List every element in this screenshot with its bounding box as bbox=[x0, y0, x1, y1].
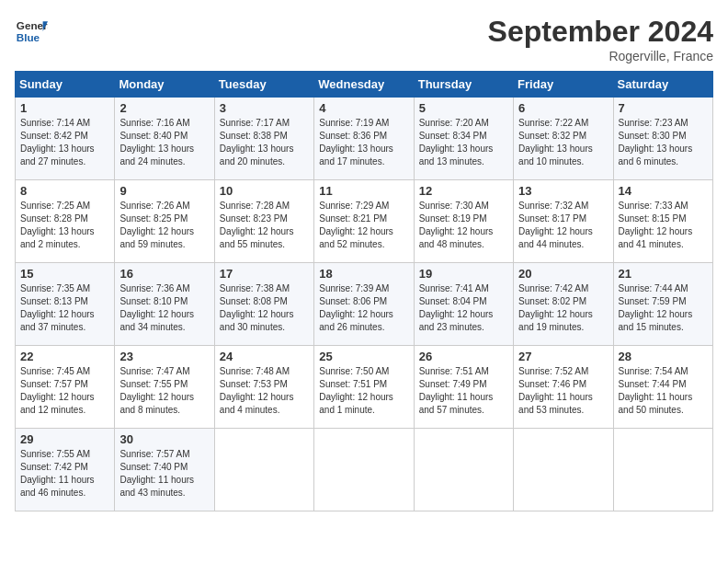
cell-info: Sunrise: 7:23 AMSunset: 8:30 PMDaylight:… bbox=[619, 118, 693, 167]
table-row: 17Sunrise: 7:38 AMSunset: 8:08 PMDayligh… bbox=[214, 263, 313, 346]
table-row: 13Sunrise: 7:32 AMSunset: 8:17 PMDayligh… bbox=[514, 180, 613, 263]
day-number: 29 bbox=[20, 432, 109, 446]
cell-info: Sunrise: 7:22 AMSunset: 8:32 PMDaylight:… bbox=[518, 118, 593, 167]
table-row: 8Sunrise: 7:25 AMSunset: 8:28 PMDaylight… bbox=[16, 180, 115, 263]
table-row: 15Sunrise: 7:35 AMSunset: 8:13 PMDayligh… bbox=[16, 263, 115, 346]
table-row bbox=[613, 429, 712, 511]
cell-info: Sunrise: 7:52 AMSunset: 7:46 PMDaylight:… bbox=[518, 366, 593, 415]
table-row bbox=[214, 429, 313, 511]
cell-info: Sunrise: 7:47 AMSunset: 7:55 PMDaylight:… bbox=[119, 366, 194, 415]
month-title: September 2024 bbox=[488, 15, 713, 49]
table-row: 22Sunrise: 7:45 AMSunset: 7:57 PMDayligh… bbox=[16, 346, 115, 429]
cell-info: Sunrise: 7:41 AMSunset: 8:04 PMDaylight:… bbox=[419, 283, 494, 332]
table-row: 27Sunrise: 7:52 AMSunset: 7:46 PMDayligh… bbox=[514, 346, 613, 429]
table-row: 23Sunrise: 7:47 AMSunset: 7:55 PMDayligh… bbox=[115, 346, 214, 429]
cell-info: Sunrise: 7:19 AMSunset: 8:36 PMDaylight:… bbox=[319, 118, 393, 167]
cell-info: Sunrise: 7:26 AMSunset: 8:25 PMDaylight:… bbox=[119, 201, 194, 249]
header-monday: Monday bbox=[115, 72, 214, 98]
table-row bbox=[514, 429, 613, 511]
cell-info: Sunrise: 7:25 AMSunset: 8:28 PMDaylight:… bbox=[20, 201, 95, 249]
day-number: 15 bbox=[20, 267, 109, 281]
day-number: 25 bbox=[319, 350, 408, 363]
cell-info: Sunrise: 7:35 AMSunset: 8:13 PMDaylight:… bbox=[20, 283, 95, 332]
day-number: 19 bbox=[419, 267, 508, 281]
cell-info: Sunrise: 7:17 AMSunset: 8:38 PMDaylight:… bbox=[220, 118, 294, 167]
table-row: 26Sunrise: 7:51 AMSunset: 7:49 PMDayligh… bbox=[414, 346, 513, 429]
table-row: 19Sunrise: 7:41 AMSunset: 8:04 PMDayligh… bbox=[414, 263, 513, 346]
table-row: 30Sunrise: 7:57 AMSunset: 7:40 PMDayligh… bbox=[115, 429, 214, 511]
table-row bbox=[414, 429, 513, 511]
day-number: 27 bbox=[518, 350, 608, 363]
day-number: 22 bbox=[20, 350, 109, 363]
cell-info: Sunrise: 7:44 AMSunset: 7:59 PMDaylight:… bbox=[619, 283, 693, 332]
day-header-row: Sunday Monday Tuesday Wednesday Thursday… bbox=[16, 72, 713, 98]
logo-icon: General Blue bbox=[15, 15, 48, 48]
day-number: 13 bbox=[518, 184, 608, 198]
table-row: 9Sunrise: 7:26 AMSunset: 8:25 PMDaylight… bbox=[115, 180, 214, 263]
day-number: 5 bbox=[419, 101, 508, 115]
cell-info: Sunrise: 7:57 AMSunset: 7:40 PMDaylight:… bbox=[119, 449, 194, 498]
day-number: 1 bbox=[20, 101, 109, 115]
day-number: 11 bbox=[319, 184, 408, 198]
cell-info: Sunrise: 7:42 AMSunset: 8:02 PMDaylight:… bbox=[518, 283, 593, 332]
day-number: 2 bbox=[119, 101, 209, 115]
cell-info: Sunrise: 7:32 AMSunset: 8:17 PMDaylight:… bbox=[518, 201, 593, 249]
table-row: 29Sunrise: 7:55 AMSunset: 7:42 PMDayligh… bbox=[16, 429, 115, 511]
cell-info: Sunrise: 7:55 AMSunset: 7:42 PMDaylight:… bbox=[20, 449, 95, 498]
day-number: 3 bbox=[220, 101, 309, 115]
day-number: 30 bbox=[119, 432, 209, 446]
table-row: 16Sunrise: 7:36 AMSunset: 8:10 PMDayligh… bbox=[115, 263, 214, 346]
calendar-table: Sunday Monday Tuesday Wednesday Thursday… bbox=[15, 71, 713, 511]
location: Rogerville, France bbox=[488, 49, 713, 63]
day-number: 10 bbox=[220, 184, 309, 198]
table-row: 1Sunrise: 7:14 AMSunset: 8:42 PMDaylight… bbox=[16, 98, 115, 180]
cell-info: Sunrise: 7:14 AMSunset: 8:42 PMDaylight:… bbox=[20, 118, 95, 167]
day-number: 24 bbox=[220, 350, 309, 363]
cell-info: Sunrise: 7:36 AMSunset: 8:10 PMDaylight:… bbox=[119, 283, 194, 332]
header-friday: Friday bbox=[514, 72, 613, 98]
cell-info: Sunrise: 7:39 AMSunset: 8:06 PMDaylight:… bbox=[319, 283, 393, 332]
table-row: 5Sunrise: 7:20 AMSunset: 8:34 PMDaylight… bbox=[414, 98, 513, 180]
table-row: 21Sunrise: 7:44 AMSunset: 7:59 PMDayligh… bbox=[613, 263, 712, 346]
day-number: 18 bbox=[319, 267, 408, 281]
calendar-row: 8Sunrise: 7:25 AMSunset: 8:28 PMDaylight… bbox=[16, 180, 713, 263]
svg-text:Blue: Blue bbox=[17, 31, 40, 43]
calendar-row: 1Sunrise: 7:14 AMSunset: 8:42 PMDaylight… bbox=[16, 98, 713, 180]
cell-info: Sunrise: 7:38 AMSunset: 8:08 PMDaylight:… bbox=[220, 283, 294, 332]
logo: General Blue bbox=[15, 15, 48, 48]
table-row: 28Sunrise: 7:54 AMSunset: 7:44 PMDayligh… bbox=[613, 346, 712, 429]
day-number: 14 bbox=[619, 184, 708, 198]
day-number: 26 bbox=[419, 350, 508, 363]
cell-info: Sunrise: 7:33 AMSunset: 8:15 PMDaylight:… bbox=[619, 201, 693, 249]
table-row: 3Sunrise: 7:17 AMSunset: 8:38 PMDaylight… bbox=[214, 98, 313, 180]
table-row: 2Sunrise: 7:16 AMSunset: 8:40 PMDaylight… bbox=[115, 98, 214, 180]
day-number: 9 bbox=[119, 184, 209, 198]
cell-info: Sunrise: 7:16 AMSunset: 8:40 PMDaylight:… bbox=[119, 118, 194, 167]
table-row: 10Sunrise: 7:28 AMSunset: 8:23 PMDayligh… bbox=[214, 180, 313, 263]
table-row: 6Sunrise: 7:22 AMSunset: 8:32 PMDaylight… bbox=[514, 98, 613, 180]
table-row: 25Sunrise: 7:50 AMSunset: 7:51 PMDayligh… bbox=[314, 346, 414, 429]
day-number: 21 bbox=[619, 267, 708, 281]
day-number: 23 bbox=[119, 350, 209, 363]
table-row: 14Sunrise: 7:33 AMSunset: 8:15 PMDayligh… bbox=[613, 180, 712, 263]
table-row: 20Sunrise: 7:42 AMSunset: 8:02 PMDayligh… bbox=[514, 263, 613, 346]
cell-info: Sunrise: 7:28 AMSunset: 8:23 PMDaylight:… bbox=[220, 201, 294, 249]
cell-info: Sunrise: 7:51 AMSunset: 7:49 PMDaylight:… bbox=[419, 366, 494, 415]
header-tuesday: Tuesday bbox=[214, 72, 313, 98]
table-row: 11Sunrise: 7:29 AMSunset: 8:21 PMDayligh… bbox=[314, 180, 414, 263]
table-row: 7Sunrise: 7:23 AMSunset: 8:30 PMDaylight… bbox=[613, 98, 712, 180]
title-block: September 2024 Rogerville, France bbox=[488, 15, 713, 63]
table-row: 12Sunrise: 7:30 AMSunset: 8:19 PMDayligh… bbox=[414, 180, 513, 263]
table-row: 4Sunrise: 7:19 AMSunset: 8:36 PMDaylight… bbox=[314, 98, 414, 180]
table-row: 24Sunrise: 7:48 AMSunset: 7:53 PMDayligh… bbox=[214, 346, 313, 429]
cell-info: Sunrise: 7:30 AMSunset: 8:19 PMDaylight:… bbox=[419, 201, 494, 249]
table-row bbox=[314, 429, 414, 511]
day-number: 12 bbox=[419, 184, 508, 198]
cell-info: Sunrise: 7:50 AMSunset: 7:51 PMDaylight:… bbox=[319, 366, 393, 415]
page-header: General Blue September 2024 Rogerville, … bbox=[15, 15, 713, 63]
day-number: 16 bbox=[119, 267, 209, 281]
cell-info: Sunrise: 7:20 AMSunset: 8:34 PMDaylight:… bbox=[419, 118, 494, 167]
calendar-row: 29Sunrise: 7:55 AMSunset: 7:42 PMDayligh… bbox=[16, 429, 713, 511]
table-row: 18Sunrise: 7:39 AMSunset: 8:06 PMDayligh… bbox=[314, 263, 414, 346]
header-wednesday: Wednesday bbox=[314, 72, 414, 98]
